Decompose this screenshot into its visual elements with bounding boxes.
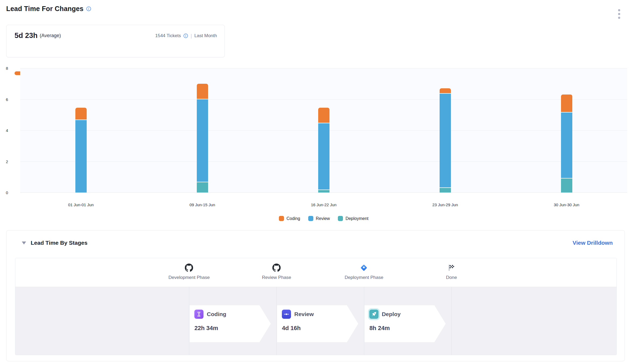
stage-duration: 4d 16h xyxy=(282,325,358,332)
stacked-bar-chart xyxy=(20,68,627,192)
y-tick-label: 6 xyxy=(6,97,8,102)
y-tick-label: 2 xyxy=(6,159,8,164)
y-tick-label: 4 xyxy=(6,128,8,133)
github-icon xyxy=(185,264,193,272)
bar-slot xyxy=(384,68,506,192)
phase-label: Development Phase xyxy=(169,275,210,280)
tickets-count: 1544 Tickets xyxy=(155,33,181,38)
stage-label: Coding xyxy=(207,311,226,317)
phase-header-row: Development PhaseReview PhaseDeployment … xyxy=(15,258,616,287)
bar-segment-review[interactable] xyxy=(318,123,329,190)
hourglass-icon xyxy=(194,310,204,319)
legend-item-coding[interactable]: Coding xyxy=(279,216,300,221)
average-label: (Average) xyxy=(40,33,61,38)
x-axis-label: 30 Jun-30 Jun xyxy=(506,202,627,207)
kebab-menu-icon[interactable] xyxy=(617,8,621,20)
period-label: Last Month xyxy=(194,33,217,38)
commit-icon xyxy=(282,310,291,319)
page-title: Lead Time For Changes xyxy=(6,5,83,13)
average-lead-time-value: 5d 23h xyxy=(15,32,38,40)
bar-segment-review[interactable] xyxy=(75,120,87,192)
bar-slot xyxy=(263,68,384,192)
tickets-info-icon[interactable] xyxy=(183,33,188,38)
bar-segment-coding[interactable] xyxy=(318,108,329,123)
stage-duration: 22h 34m xyxy=(194,325,271,332)
lead-time-by-stages-panel: Lead Time By Stages View Drilldown Devel… xyxy=(6,230,625,361)
bar-slot xyxy=(20,68,142,192)
y-axis: 02468 xyxy=(0,68,12,192)
jira-icon xyxy=(360,264,368,272)
stage-label: Review xyxy=(294,311,314,317)
legend-swatch-icon xyxy=(279,216,284,221)
y-tick-label: 8 xyxy=(6,66,8,71)
x-axis: 01 Jun-01 Jun09 Jun-15 Jun16 Jun-22 Jun2… xyxy=(20,202,627,207)
legend-label: Coding xyxy=(286,216,300,221)
column-divider xyxy=(364,287,364,355)
bar-slot xyxy=(142,68,263,192)
y-tick-label: 0 xyxy=(6,190,8,195)
bar-30 Jun-30 Jun[interactable] xyxy=(561,94,572,192)
bar-segment-coding[interactable] xyxy=(440,88,451,94)
phase-label: Deployment Phase xyxy=(345,275,383,280)
bar-segment-review[interactable] xyxy=(197,99,208,183)
x-axis-label: 01 Jun-01 Jun xyxy=(20,202,142,207)
x-axis-label: 09 Jun-15 Jun xyxy=(142,202,263,207)
chart-legend: CodingReviewDeployment xyxy=(20,216,627,221)
bar-09 Jun-15 Jun[interactable] xyxy=(197,84,208,192)
legend-label: Review xyxy=(316,216,330,221)
legend-label: Deployment xyxy=(345,216,368,221)
legend-item-deployment[interactable]: Deployment xyxy=(338,216,368,221)
bar-segment-review[interactable] xyxy=(440,94,451,188)
summary-card: 5d 23h (Average) 1544 Tickets | Last Mon… xyxy=(6,25,225,57)
bar-slot xyxy=(506,68,627,192)
phase-header-development-phase: Development Phase xyxy=(169,264,210,280)
column-divider xyxy=(451,287,452,355)
stage-label: Deploy xyxy=(382,311,401,317)
gridline xyxy=(20,192,627,193)
github-icon xyxy=(272,264,281,272)
bar-01 Jun-01 Jun[interactable] xyxy=(75,108,87,192)
stage-card-review: Review4d 16h xyxy=(277,305,358,342)
bar-segment-review[interactable] xyxy=(561,113,572,178)
bar-segment-coding[interactable] xyxy=(561,94,572,112)
rocket-icon xyxy=(369,310,378,319)
collapse-caret-icon[interactable] xyxy=(22,242,26,244)
stages-panel-title: Lead Time By Stages xyxy=(31,240,87,246)
bar-23 Jun-29 Jun[interactable] xyxy=(440,88,451,192)
phase-label: Done xyxy=(446,275,457,280)
bar-segment-deployment[interactable] xyxy=(197,182,208,192)
phase-label: Review Phase xyxy=(262,275,291,280)
bar-segment-coding[interactable] xyxy=(75,108,87,120)
legend-swatch-icon xyxy=(338,216,343,221)
stages-body: Coding22h 34mReview4d 16hDeploy8h 24m xyxy=(15,287,616,355)
legend-item-review[interactable]: Review xyxy=(308,216,330,221)
phase-header-done: Done xyxy=(446,264,457,280)
widget-header: Lead Time For Changes xyxy=(6,5,91,13)
checkered-flag-icon xyxy=(447,264,456,272)
stage-card-deploy: Deploy8h 24m xyxy=(364,305,446,342)
x-axis-label: 16 Jun-22 Jun xyxy=(263,202,384,207)
separator: | xyxy=(191,33,192,39)
stage-duration: 8h 24m xyxy=(369,325,446,332)
bar-segment-deployment[interactable] xyxy=(440,188,451,192)
lead-time-widget: Lead Time For Changes 5d 23h (Average) 1… xyxy=(0,0,631,364)
bar-segment-coding[interactable] xyxy=(197,84,208,99)
stages-table: Development PhaseReview PhaseDeployment … xyxy=(15,258,617,355)
phase-header-deployment-phase: Deployment Phase xyxy=(345,264,383,280)
info-icon[interactable] xyxy=(86,6,91,11)
bar-segment-deployment[interactable] xyxy=(561,178,572,192)
bar-16 Jun-22 Jun[interactable] xyxy=(318,108,329,192)
view-drilldown-link[interactable]: View Drilldown xyxy=(573,240,613,246)
stage-card-coding: Coding22h 34m xyxy=(190,305,271,342)
bar-segment-deployment[interactable] xyxy=(318,190,329,192)
column-divider xyxy=(189,287,189,355)
x-axis-label: 23 Jun-29 Jun xyxy=(384,202,506,207)
column-divider xyxy=(276,287,277,355)
phase-header-review-phase: Review Phase xyxy=(262,264,291,280)
legend-swatch-icon xyxy=(308,216,313,221)
